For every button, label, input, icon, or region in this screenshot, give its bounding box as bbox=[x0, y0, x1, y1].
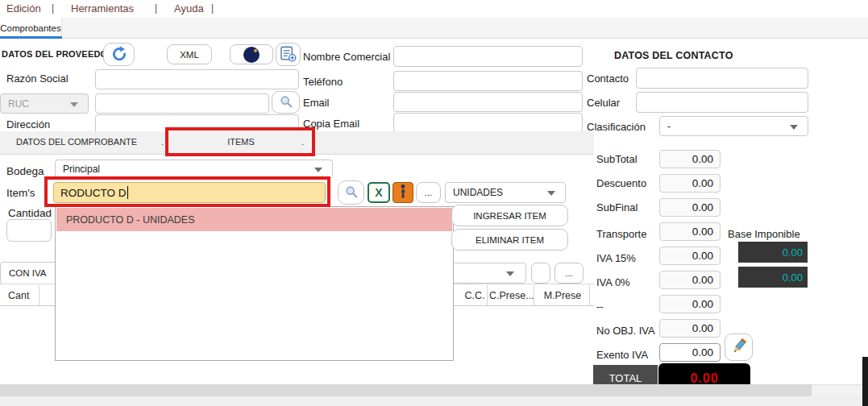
column-divider[interactable] bbox=[487, 285, 488, 305]
text-caret bbox=[127, 186, 128, 199]
menu-separator: | bbox=[211, 2, 214, 14]
ruc-type-label: RUC bbox=[8, 98, 29, 110]
column-divider[interactable] bbox=[589, 285, 590, 305]
ruc-input[interactable] bbox=[95, 93, 269, 114]
column-divider[interactable] bbox=[39, 285, 39, 305]
scrollbar-corner bbox=[862, 357, 868, 406]
copia-email-input[interactable] bbox=[393, 113, 583, 133]
item-label: Item's bbox=[6, 187, 35, 199]
dropdown-arrow-icon bbox=[70, 102, 78, 107]
ellipsis-icon: ... bbox=[565, 268, 573, 278]
search-icon bbox=[344, 184, 359, 201]
exento-iva-value[interactable]: 0.00 bbox=[659, 343, 721, 362]
iva15-label: IVA 15% bbox=[596, 252, 636, 264]
horizontal-scrollbar-thumb[interactable] bbox=[0, 384, 812, 396]
cantidad-label: Cantidad bbox=[8, 207, 52, 219]
bodega-select[interactable]: Principal bbox=[55, 160, 333, 179]
direccion-label: Dirección bbox=[6, 118, 50, 130]
tab-dot: . bbox=[301, 137, 304, 147]
contacto-input[interactable] bbox=[636, 68, 808, 89]
telefono-label: Teléfono bbox=[303, 76, 343, 88]
razon-social-label: Razón Social bbox=[6, 72, 69, 85]
bodega-label: Bodega bbox=[6, 165, 44, 177]
no-obj-iva-value: 0.00 bbox=[659, 319, 721, 338]
dropdown-arrow-icon bbox=[314, 168, 322, 172]
menu-item-ayuda[interactable]: Ayuda bbox=[174, 2, 204, 14]
dropdown-arrow-icon bbox=[506, 271, 514, 276]
person-button[interactable] bbox=[392, 182, 413, 203]
transporte-label: Transporte bbox=[596, 228, 646, 240]
transporte-value[interactable]: 0.00 bbox=[659, 222, 721, 241]
edit-totals-button[interactable] bbox=[725, 334, 753, 361]
menu-item-herramientas[interactable]: Herramientas bbox=[71, 2, 134, 14]
subtotal-value: 0.00 bbox=[659, 150, 721, 168]
excel-button[interactable]: X bbox=[368, 182, 390, 203]
unit-value: UNIDADES bbox=[453, 187, 503, 198]
razon-social-input[interactable] bbox=[95, 69, 299, 89]
iva0-value: 0.00 bbox=[659, 271, 721, 289]
descuento-value: 0.00 bbox=[659, 174, 721, 193]
clasificacion-select[interactable]: - bbox=[659, 116, 808, 136]
suggestion-item[interactable]: PRODUCTO D - UNIDADES bbox=[56, 208, 452, 231]
eliminar-item-label: ELIMINAR ITEM bbox=[476, 235, 544, 245]
xml-button[interactable]: XML bbox=[167, 44, 212, 64]
contacto-label: Contacto bbox=[587, 72, 629, 85]
descuento-label: Descuento bbox=[596, 177, 646, 189]
subfinal-value: 0.00 bbox=[659, 198, 721, 217]
person-icon bbox=[397, 184, 409, 201]
status-bar bbox=[0, 396, 868, 406]
column-divider[interactable] bbox=[534, 285, 534, 305]
subfinal-label: SubFinal bbox=[596, 201, 638, 213]
col-header-cprese[interactable]: C.Prese... bbox=[489, 290, 533, 301]
tab-datos-del-comprobante[interactable]: DATOS DEL COMPROBANTE bbox=[16, 137, 137, 147]
iva15-value: 0.00 bbox=[659, 246, 721, 265]
col-header-cant[interactable]: Cant bbox=[8, 290, 29, 301]
excel-icon: X bbox=[375, 186, 382, 199]
item-more-button[interactable]: ... bbox=[416, 182, 441, 203]
menu-item-edicion[interactable]: Edición bbox=[6, 2, 41, 14]
item-search-input[interactable]: RODUCTO D bbox=[53, 182, 326, 203]
dropdown-arrow-icon bbox=[547, 191, 555, 196]
active-tab-indicator bbox=[0, 36, 62, 39]
add-list-icon bbox=[280, 45, 297, 64]
detail-more-button[interactable]: ... bbox=[554, 263, 584, 284]
subtotal-label: SubTotal bbox=[596, 153, 638, 165]
dash-value: 0.00 bbox=[659, 295, 721, 313]
nombre-comercial-input[interactable] bbox=[393, 46, 583, 67]
globe-button[interactable] bbox=[230, 44, 273, 64]
ruc-type-select[interactable]: RUC bbox=[0, 93, 89, 114]
dropdown-arrow-icon bbox=[790, 125, 798, 130]
refresh-button[interactable] bbox=[103, 43, 135, 66]
email-input[interactable] bbox=[393, 92, 583, 112]
exento-iva-label: Exento IVA bbox=[596, 349, 648, 361]
celular-input[interactable] bbox=[636, 92, 808, 113]
detail-blank-button[interactable] bbox=[531, 263, 550, 284]
ruc-search-button[interactable] bbox=[272, 91, 300, 114]
tab-dot: . bbox=[161, 137, 164, 147]
bodega-value: Principal bbox=[63, 164, 100, 175]
refresh-icon bbox=[111, 46, 127, 64]
menu-separator: | bbox=[155, 2, 157, 14]
telefono-input[interactable] bbox=[393, 71, 583, 91]
cantidad-input[interactable] bbox=[6, 219, 52, 242]
col-header-mprese[interactable]: M.Prese bbox=[536, 290, 589, 301]
contact-section-title: DATOS DEL CONTACTO bbox=[614, 50, 733, 61]
ingresar-item-button[interactable]: INGRESAR ITEM bbox=[451, 205, 568, 226]
menu-bar: Edición | Herramientas | Ayuda | bbox=[0, 0, 868, 18]
item-suggestions-dropdown: PRODUCTO D - UNIDADES bbox=[55, 206, 454, 361]
add-list-button[interactable] bbox=[276, 43, 301, 66]
eliminar-item-button[interactable]: ELIMINAR ITEM bbox=[451, 229, 568, 251]
celular-label: Celular bbox=[587, 97, 620, 109]
suggestion-item-label: PRODUCTO D - UNIDADES bbox=[66, 214, 195, 226]
col-header-cc[interactable]: C.C. bbox=[461, 290, 488, 301]
item-search-button[interactable] bbox=[338, 180, 364, 205]
globe-icon bbox=[243, 47, 260, 63]
unit-select[interactable]: UNIDADES bbox=[445, 182, 566, 203]
base-imponible-value-1: 0.00 bbox=[738, 242, 808, 263]
tab-items[interactable]: ITEMS bbox=[168, 137, 314, 147]
base-imponible-value-2: 0.00 bbox=[738, 267, 808, 288]
provider-section-title: DATOS DEL PROVEEDOR bbox=[2, 49, 114, 59]
iva0-label: IVA 0% bbox=[596, 276, 630, 288]
menu-separator: | bbox=[52, 2, 54, 14]
tab-comprobantes[interactable]: Comprobantes bbox=[0, 18, 62, 39]
